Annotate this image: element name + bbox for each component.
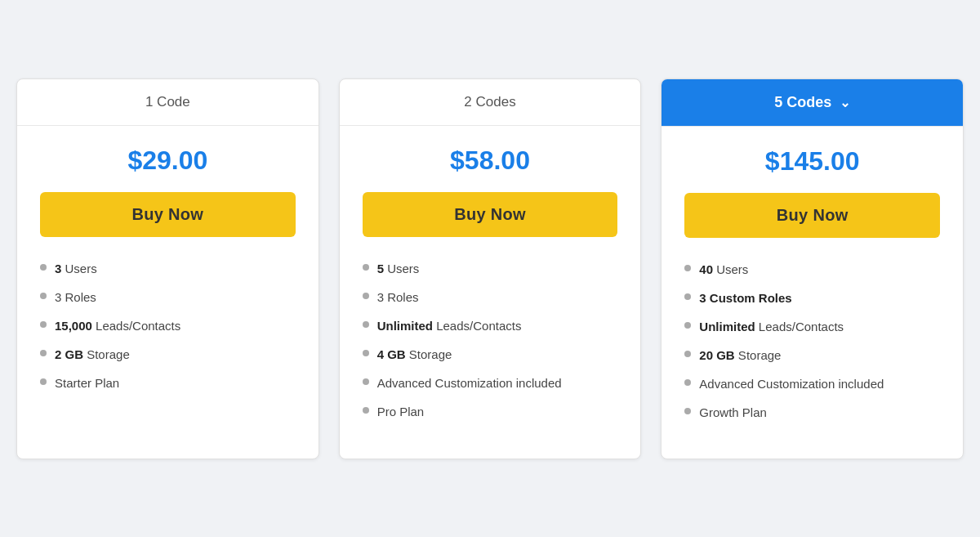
plan-price-plan-2-codes: $58.00 [363, 145, 618, 176]
list-item: Starter Plan [40, 374, 296, 392]
bullet-icon [363, 321, 369, 328]
bullet-icon [684, 322, 691, 329]
list-item: 20 GB Storage [684, 347, 940, 364]
plan-card-plan-1-code: 1 Code$29.00Buy Now3 Users3 Roles15,000 … [16, 78, 319, 459]
bullet-icon [363, 350, 369, 356]
bullet-icon [684, 293, 691, 300]
feature-text: Unlimited Leads/Contacts [699, 318, 844, 335]
bullet-icon [363, 407, 369, 414]
features-list-plan-5-codes: 40 Users3 Custom RolesUnlimited Leads/Co… [684, 261, 940, 421]
plan-header-plan-1-code: 1 Code [17, 79, 318, 126]
feature-text: 5 Users [377, 260, 420, 277]
bullet-icon [684, 351, 691, 357]
plan-card-plan-2-codes: 2 Codes$58.00Buy Now5 Users3 RolesUnlimi… [339, 78, 642, 459]
plan-header-plan-5-codes[interactable]: 5 Codes⌄ [662, 79, 963, 127]
list-item: 3 Roles [363, 289, 618, 306]
list-item: 5 Users [363, 260, 618, 277]
bullet-icon [40, 321, 47, 328]
plan-card-plan-5-codes: 5 Codes⌄$145.00Buy Now40 Users3 Custom R… [661, 78, 964, 459]
features-list-plan-1-code: 3 Users3 Roles15,000 Leads/Contacts2 GB … [40, 260, 296, 392]
feature-text: 4 GB Storage [377, 346, 452, 363]
feature-bold: 3 Custom Roles [699, 291, 791, 305]
plan-header-label-plan-2-codes: 2 Codes [464, 94, 515, 110]
feature-text: Starter Plan [55, 374, 119, 392]
feature-text: Advanced Customization included [699, 375, 884, 392]
buy-now-button-plan-1-code[interactable]: Buy Now [40, 192, 296, 237]
feature-text: 3 Roles [55, 289, 96, 306]
feature-text: 15,000 Leads/Contacts [55, 317, 180, 334]
feature-text: Pro Plan [377, 403, 425, 420]
plan-body-plan-5-codes: $145.00Buy Now40 Users3 Custom RolesUnli… [662, 127, 963, 459]
feature-bold: 40 [699, 262, 713, 276]
list-item: Unlimited Leads/Contacts [363, 317, 618, 334]
list-item: 2 GB Storage [40, 346, 296, 363]
feature-text: 2 GB Storage [55, 346, 130, 363]
feature-bold: 4 GB [377, 347, 406, 361]
bullet-icon [40, 378, 47, 385]
plan-price-plan-5-codes: $145.00 [684, 146, 940, 177]
bullet-icon [363, 378, 369, 385]
features-list-plan-2-codes: 5 Users3 RolesUnlimited Leads/Contacts4 … [363, 260, 618, 420]
feature-text: 20 GB Storage [699, 347, 781, 364]
feature-bold: Unlimited [699, 320, 755, 333]
list-item: Unlimited Leads/Contacts [684, 318, 940, 335]
list-item: Growth Plan [684, 404, 940, 421]
list-item: 3 Custom Roles [684, 289, 940, 307]
bullet-icon [684, 265, 691, 271]
feature-bold: 2 GB [55, 347, 83, 361]
list-item: 3 Roles [40, 289, 296, 306]
feature-text: 3 Roles [377, 289, 419, 306]
list-item: 40 Users [684, 261, 940, 278]
feature-bold: 15,000 [55, 319, 92, 333]
buy-now-button-plan-2-codes[interactable]: Buy Now [363, 192, 618, 237]
bullet-icon [40, 293, 47, 299]
list-item: Advanced Customization included [684, 375, 940, 392]
feature-bold: 20 GB [699, 348, 734, 362]
feature-bold: 3 [55, 262, 61, 275]
feature-bold: 5 [377, 262, 384, 275]
feature-text: Growth Plan [699, 404, 767, 421]
buy-now-button-plan-5-codes[interactable]: Buy Now [684, 193, 940, 238]
feature-text: Unlimited Leads/Contacts [377, 317, 522, 334]
feature-bold: Unlimited [377, 319, 433, 333]
plan-header-plan-2-codes: 2 Codes [340, 79, 641, 126]
feature-text: Advanced Customization included [377, 374, 562, 392]
bullet-icon [363, 264, 369, 271]
list-item: 15,000 Leads/Contacts [40, 317, 296, 334]
bullet-icon [40, 264, 47, 271]
pricing-container: 1 Code$29.00Buy Now3 Users3 Roles15,000 … [16, 78, 964, 459]
bullet-icon [40, 350, 47, 356]
chevron-down-icon: ⌄ [840, 95, 850, 110]
plan-price-plan-1-code: $29.00 [40, 145, 296, 176]
feature-text: 3 Users [55, 260, 97, 277]
feature-text: 3 Custom Roles [699, 289, 791, 307]
plan-header-label-plan-5-codes: 5 Codes [774, 94, 831, 111]
plan-body-plan-2-codes: $58.00Buy Now5 Users3 RolesUnlimited Lea… [340, 126, 641, 458]
bullet-icon [363, 293, 369, 299]
plan-header-label-plan-1-code: 1 Code [145, 94, 190, 110]
plan-body-plan-1-code: $29.00Buy Now3 Users3 Roles15,000 Leads/… [17, 126, 318, 429]
list-item: Advanced Customization included [363, 374, 618, 392]
list-item: Pro Plan [363, 403, 618, 420]
list-item: 3 Users [40, 260, 296, 277]
feature-text: 40 Users [699, 261, 748, 278]
bullet-icon [684, 408, 691, 414]
bullet-icon [684, 379, 691, 386]
list-item: 4 GB Storage [363, 346, 618, 363]
